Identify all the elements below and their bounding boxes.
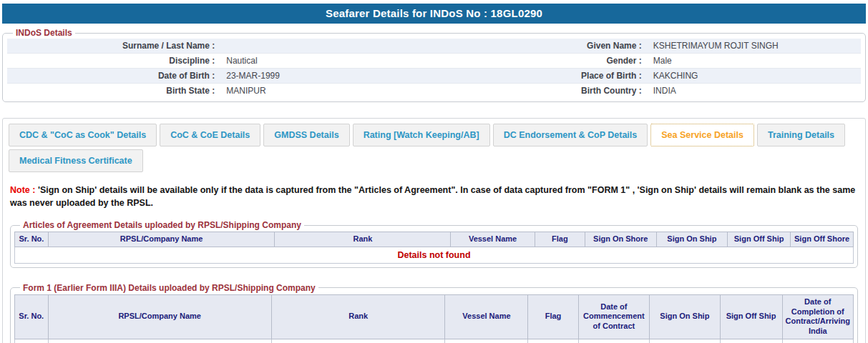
cell-date-commencement: 01-SEP-2019 <box>578 339 650 343</box>
articles-legend: Articles of Agreement Details uploaded b… <box>20 220 304 230</box>
indos-details-table: Surname / Last Name : Given Name : KSHET… <box>7 39 861 98</box>
given-name-value: KSHETRIMAYUM ROJIT SINGH <box>648 39 861 54</box>
cell-sign-on-ship: 05-SEP-2019 <box>650 339 721 343</box>
given-name-label: Given Name : <box>434 39 648 54</box>
col-rank: Rank <box>275 232 451 247</box>
col-vessel-name: Vessel Name <box>445 294 528 339</box>
tab-cdc-coc-as-cook-details[interactable]: CDC & "CoC as Cook" Details <box>9 124 157 146</box>
sign-on-ship-note: Note : 'Sign on Ship' details will be av… <box>10 184 858 209</box>
tab-training-details[interactable]: Training Details <box>757 124 845 146</box>
indos-details-legend: INDoS Details <box>13 28 75 38</box>
indos-details-section: INDoS Details Surname / Last Name : Give… <box>2 28 866 102</box>
tab-gmdss-details[interactable]: GMDSS Details <box>263 124 349 146</box>
birth-country-value: INDIA <box>648 84 861 99</box>
surname-label: Surname / Last Name : <box>7 39 220 54</box>
indos-row-name: Surname / Last Name : Given Name : KSHET… <box>7 39 861 54</box>
col-sign-on-ship: Sign On Ship <box>650 294 721 339</box>
articles-of-agreement-section: Articles of Agreement Details uploaded b… <box>10 220 858 268</box>
col-sign-off-ship: Sign Off Ship <box>728 232 791 247</box>
surname-value <box>220 39 434 54</box>
col-sr-no: Sr. No. <box>15 232 49 247</box>
articles-header-row: Sr. No. RPSL/Company Name Rank Vessel Na… <box>15 232 854 247</box>
cell-sign-off-ship <box>720 339 782 343</box>
birth-state-value: MANIPUR <box>220 84 434 99</box>
page: Seafarer Details for INDoS No : 18GL0290… <box>0 0 868 343</box>
tab-dc-endorsement-cop-details[interactable]: DC Endorsement & CoP Details <box>493 124 648 146</box>
col-sr-no: Sr. No. <box>15 294 49 339</box>
page-title: Seafarer Details for INDoS No : 18GL0290 <box>2 4 866 24</box>
indos-row-discipline: Discipline : Nautical Gender : Male <box>7 54 861 69</box>
cell-sr-no: 1. <box>15 339 49 343</box>
tab-medical-fitness-certificate[interactable]: Medical Fitness Certificate <box>9 149 143 172</box>
tab-rating-watch-keeping-ab[interactable]: Rating [Watch Keeping/AB] <box>353 124 490 146</box>
note-text: 'Sign on Ship' details will be available… <box>10 185 855 208</box>
cell-vessel-name: VISSAI VCT 05 <box>445 339 528 343</box>
cell-flag: FOREIGN <box>528 339 578 343</box>
col-date-completion-contract: Date of Completion of Contract/Arriving … <box>782 294 854 339</box>
place-of-birth-label: Place of Birth : <box>434 69 648 84</box>
col-sign-on-shore: Sign On Shore <box>585 232 656 247</box>
form1-section: Form 1 (Earlier Form IIIA) Details uploa… <box>10 283 858 343</box>
col-vessel-name: Vessel Name <box>451 232 535 247</box>
cell-rank: Trainee Deck Rating <box>271 339 445 343</box>
tab-coc-coe-details[interactable]: CoC & CoE Details <box>160 124 260 146</box>
col-sign-off-shore: Sign Off Shore <box>791 232 854 247</box>
gender-label: Gender : <box>434 54 648 69</box>
tab-content-panel: CDC & "CoC as Cook" Details CoC & CoE De… <box>2 118 866 343</box>
birth-state-label: Birth State : <box>7 84 220 99</box>
form1-table: Sr. No. RPSL/Company Name Rank Vessel Na… <box>14 294 854 343</box>
cell-date-completion <box>782 339 854 343</box>
articles-table: Sr. No. RPSL/Company Name Rank Vessel Na… <box>14 232 854 264</box>
col-sign-off-ship: Sign Off Ship <box>720 294 782 339</box>
indos-row-state: Birth State : MANIPUR Birth Country : IN… <box>7 84 861 99</box>
tab-bar-row-1: CDC & "CoC as Cook" Details CoC & CoE De… <box>9 124 859 146</box>
table-row: 1. ALMIGHTY MARITIME SERVICES PRIVATE LI… <box>15 339 854 343</box>
cell-company-name: ALMIGHTY MARITIME SERVICES PRIVATE LIMIT… <box>48 339 271 343</box>
details-not-found-message: Details not found <box>15 247 854 263</box>
col-sign-on-ship: Sign On Ship <box>656 232 728 247</box>
col-flag: Flag <box>535 232 585 247</box>
articles-empty-row: Details not found <box>15 247 854 263</box>
note-prefix: Note : <box>10 185 35 195</box>
form1-header-row: Sr. No. RPSL/Company Name Rank Vessel Na… <box>15 294 854 339</box>
indos-row-birth: Date of Birth : 23-MAR-1999 Place of Bir… <box>7 69 861 84</box>
tab-sea-service-details[interactable]: Sea Service Details <box>650 124 754 146</box>
birth-country-label: Birth Country : <box>434 84 648 99</box>
dob-label: Date of Birth : <box>7 69 220 84</box>
col-flag: Flag <box>528 294 578 339</box>
tab-bar-row-2: Medical Fitness Certificate <box>9 149 859 172</box>
col-date-commencement-contract: Date of Commencement of Contract <box>578 294 650 339</box>
dob-value: 23-MAR-1999 <box>220 69 434 84</box>
discipline-label: Discipline : <box>7 54 220 69</box>
col-rpsl-company-name: RPSL/Company Name <box>48 232 274 247</box>
col-rank: Rank <box>271 294 445 339</box>
col-rpsl-company-name: RPSL/Company Name <box>48 294 271 339</box>
place-of-birth-value: KAKCHING <box>648 69 861 84</box>
gender-value: Male <box>648 54 861 69</box>
form1-legend: Form 1 (Earlier Form IIIA) Details uploa… <box>20 283 318 293</box>
discipline-value: Nautical <box>220 54 434 69</box>
